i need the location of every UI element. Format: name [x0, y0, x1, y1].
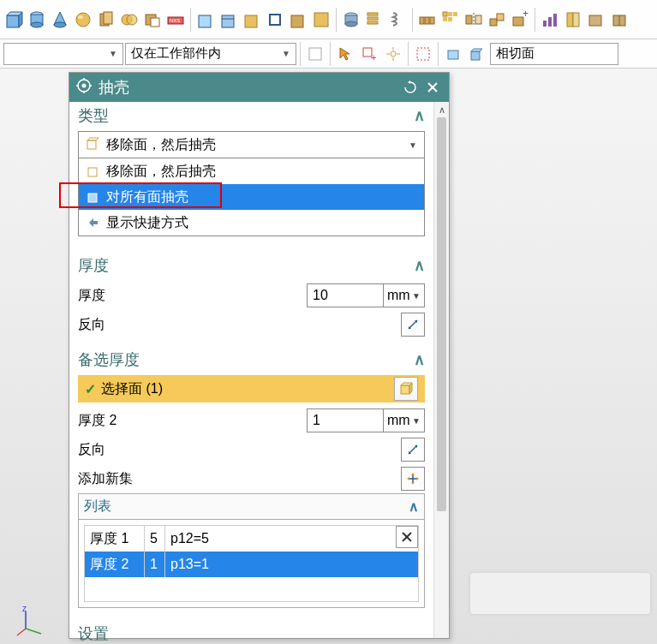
delete-row-button[interactable] — [396, 526, 418, 548]
section-header-thickness[interactable]: 厚度 ∧ — [69, 252, 433, 279]
scroll-thumb[interactable] — [437, 117, 446, 511]
cone-icon[interactable] — [50, 9, 70, 30]
target-icon[interactable] — [382, 43, 404, 65]
extrude-icon[interactable] — [96, 9, 116, 30]
feature-icon-6[interactable] — [311, 9, 331, 30]
package-icon[interactable] — [609, 9, 630, 30]
marquee-icon[interactable] — [412, 43, 434, 65]
svg-point-27 — [345, 21, 357, 27]
svg-rect-28 — [367, 13, 378, 15]
subtract-icon[interactable] — [142, 9, 163, 30]
type-option-remove[interactable]: 移除面，然后抽壳 — [79, 158, 424, 184]
list-cell-name: 厚度 2 — [85, 552, 145, 577]
view-icon-2[interactable] — [466, 43, 488, 65]
layers-icon[interactable] — [364, 9, 385, 30]
feature-icon-2[interactable] — [218, 9, 239, 30]
chevron-up-icon: ∧ — [414, 350, 425, 369]
section-label-alt-thickness: 备选厚度 — [78, 349, 140, 370]
svg-rect-18 — [199, 15, 211, 27]
svg-rect-46 — [543, 21, 547, 27]
list-row[interactable]: 厚度 1 5 p12=5 — [85, 526, 418, 552]
unite-icon[interactable] — [119, 9, 140, 30]
feature-icon-3[interactable] — [242, 9, 262, 30]
svg-rect-30 — [367, 21, 378, 24]
select-face-button[interactable] — [394, 377, 418, 401]
thickness-unit-combo[interactable]: mm▼ — [384, 283, 425, 307]
select-face-row[interactable]: ✓ 选择面 (1) — [78, 375, 425, 402]
svg-rect-79 — [87, 140, 96, 149]
pattern-icon-1[interactable] — [417, 9, 438, 30]
svg-rect-32 — [425, 17, 429, 24]
add-set-label: 添加新集 — [78, 470, 215, 488]
reverse-button[interactable] — [401, 313, 425, 337]
feature-icon-5[interactable] — [288, 9, 308, 30]
svg-rect-64 — [471, 51, 480, 60]
svg-rect-31 — [420, 17, 424, 24]
reverse2-button[interactable] — [401, 438, 425, 462]
toolbar-separator — [408, 42, 409, 66]
add-set-button[interactable] — [401, 467, 425, 491]
box-icon[interactable] — [586, 9, 606, 30]
cylinder-icon[interactable] — [27, 9, 47, 30]
chart-icon[interactable] — [540, 9, 560, 30]
type-dropdown[interactable]: 移除面，然后抽壳 ▼ — [78, 131, 425, 158]
feature-icon-4[interactable] — [265, 9, 285, 30]
select-icon-1[interactable] — [304, 43, 326, 65]
pattern-icon-2[interactable] — [440, 9, 461, 30]
mirror-icon[interactable] — [463, 9, 484, 30]
scope-filter-combo[interactable]: 仅在工作部件内 ▼ — [125, 43, 296, 65]
type-option-label: 显示快捷方式 — [106, 214, 188, 232]
svg-marker-97 — [416, 477, 419, 480]
face-filter-combo[interactable]: 相切面 — [490, 43, 618, 65]
toolbar-separator — [535, 8, 535, 32]
shell-all-icon — [86, 189, 101, 205]
chevron-up-icon: ∧ — [414, 256, 425, 275]
svg-rect-39 — [466, 15, 472, 24]
section-label-settings: 设置 — [78, 623, 109, 644]
dialog-titlebar[interactable]: 抽壳 — [69, 73, 449, 102]
section-header-alt-thickness[interactable]: 备选厚度 ∧ — [69, 346, 433, 373]
reset-button[interactable] — [401, 78, 420, 97]
cursor-icon[interactable] — [334, 43, 356, 65]
svg-point-71 — [82, 83, 87, 87]
book-icon[interactable] — [563, 9, 583, 30]
db-icon[interactable] — [341, 9, 361, 30]
type-option-all[interactable]: 对所有面抽壳 — [79, 184, 424, 210]
svg-rect-81 — [88, 168, 97, 176]
assembly-icon[interactable] — [487, 9, 507, 30]
list-row[interactable]: 厚度 2 1 p13=1 — [85, 552, 418, 577]
scroll-up-icon[interactable]: ∧ — [434, 102, 449, 117]
feature-icon-1[interactable] — [195, 9, 216, 30]
thickness-input[interactable] — [307, 283, 384, 307]
section-header-settings[interactable]: 设置 — [69, 620, 433, 644]
svg-rect-42 — [490, 19, 497, 26]
svg-rect-23 — [291, 15, 303, 27]
axis-gizmo[interactable]: z — [15, 605, 50, 639]
main-toolbar: NXS + — [0, 0, 657, 39]
type-option-shortcut[interactable]: 显示快捷方式 — [79, 210, 424, 236]
svg-text:z: z — [22, 605, 27, 613]
spring-icon[interactable] — [387, 9, 408, 30]
type-filter-combo[interactable]: ▼ — [3, 43, 123, 65]
nx-icon[interactable]: NXS — [165, 9, 186, 30]
add-feature-icon[interactable]: + — [510, 9, 530, 30]
svg-rect-43 — [497, 14, 504, 21]
list-header[interactable]: 列表 ∧ — [78, 493, 425, 519]
dialog-scrollbar[interactable]: ∧ — [433, 102, 449, 638]
sphere-icon[interactable] — [73, 9, 93, 30]
svg-rect-50 — [573, 13, 579, 27]
thickness2-unit-combo[interactable]: mm▼ — [384, 408, 425, 432]
view-icon-1[interactable] — [442, 43, 464, 65]
thickness2-input[interactable] — [307, 408, 384, 432]
svg-rect-41 — [475, 15, 481, 24]
add-selection-icon[interactable]: + — [358, 43, 380, 65]
section-header-type[interactable]: 类型 ∧ — [69, 102, 433, 129]
close-button[interactable] — [423, 78, 442, 97]
cube-icon[interactable] — [3, 9, 24, 30]
svg-rect-15 — [151, 18, 159, 27]
svg-rect-36 — [453, 12, 457, 16]
reverse2-label: 反向 — [78, 441, 181, 459]
svg-marker-2 — [19, 12, 22, 27]
toolbar-separator — [330, 42, 331, 66]
svg-marker-96 — [407, 477, 409, 480]
